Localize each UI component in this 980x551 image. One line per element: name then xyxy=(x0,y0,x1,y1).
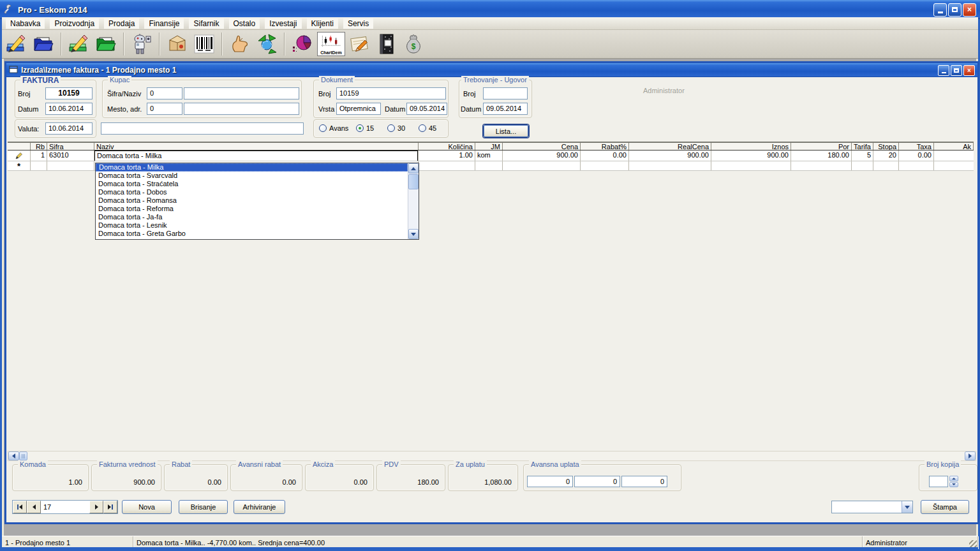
vrsta-field[interactable]: Otpremnica xyxy=(336,103,381,115)
broj-kopija-spinner[interactable] xyxy=(949,476,958,487)
print-combo-value[interactable] xyxy=(832,501,902,513)
hand-icon[interactable] xyxy=(228,32,252,56)
cell-tarifa[interactable]: 5 xyxy=(852,151,873,161)
menu-sifarnik[interactable]: Sifarnik xyxy=(189,18,223,29)
avansna-uplata-field-1[interactable]: 0 xyxy=(527,476,573,487)
edit-green-icon[interactable] xyxy=(67,32,91,56)
scrollbar-thumb[interactable] xyxy=(408,174,419,189)
last-record-button[interactable] xyxy=(103,501,117,513)
child-minimize-button[interactable] xyxy=(938,65,949,76)
grid-header-marker[interactable] xyxy=(8,143,31,150)
avansna-uplata-field-2[interactable]: 0 xyxy=(574,476,620,487)
grid-header-stopa[interactable]: Stopa xyxy=(873,143,899,150)
pie-chart-icon[interactable] xyxy=(290,32,315,56)
cell-stopa[interactable]: 20 xyxy=(873,151,899,161)
radio-avans[interactable]: Avans xyxy=(319,124,348,132)
grid-header-rb[interactable]: Rb xyxy=(31,143,47,150)
trebovanje-broj-field[interactable] xyxy=(483,87,528,99)
faktura-broj-field[interactable]: 10159 xyxy=(45,87,93,99)
grid-header-sifra[interactable]: Sifra xyxy=(47,143,94,150)
spin-down-icon[interactable] xyxy=(949,482,958,488)
scroll-left-icon[interactable] xyxy=(8,452,19,460)
dropdown-item[interactable]: Domaca torta - Dobos xyxy=(96,188,408,196)
dokument-broj-field[interactable]: 10159 xyxy=(336,87,446,99)
prev-record-button[interactable] xyxy=(27,501,41,513)
child-close-button[interactable]: × xyxy=(963,65,975,76)
stampa-button[interactable]: Štampa xyxy=(921,500,969,514)
record-number[interactable]: 17 xyxy=(41,501,89,513)
menu-prodaja[interactable]: Prodaja xyxy=(104,18,139,29)
dropdown-item-selected[interactable]: Domaca torta - Milka xyxy=(96,163,408,172)
hscrollbar-thumb[interactable] xyxy=(19,452,27,460)
dropdown-item[interactable]: Domaca torta - Straćatela xyxy=(96,180,408,188)
broj-kopija-field[interactable] xyxy=(929,476,948,487)
print-combo[interactable] xyxy=(831,501,913,513)
cell-jm[interactable]: kom xyxy=(475,151,503,161)
grid-header-cena[interactable]: Cena xyxy=(503,143,581,150)
cell-naziv[interactable]: Domaca torta - Milka xyxy=(94,151,419,161)
kupac-extra-field[interactable] xyxy=(101,122,304,135)
folder-green-icon[interactable] xyxy=(94,32,118,56)
scroll-down-icon[interactable] xyxy=(408,229,419,239)
cell-iznos[interactable]: 900.00 xyxy=(711,151,791,161)
robot-icon[interactable] xyxy=(130,32,154,56)
spin-up-icon[interactable] xyxy=(949,476,958,481)
cell-kolicina[interactable]: 1.00 xyxy=(419,151,475,161)
nova-button[interactable]: Nova xyxy=(122,500,172,514)
dropdown-item[interactable]: Domaca torta - Lesnik xyxy=(96,221,408,230)
letter-icon[interactable] xyxy=(348,32,372,56)
grid-header-taxa[interactable]: Taxa xyxy=(899,143,934,150)
cell-rb[interactable]: 1 xyxy=(31,151,47,161)
faktura-datum-field[interactable]: 10.06.2014 xyxy=(45,103,93,115)
cell-realcena[interactable]: 900.00 xyxy=(629,151,711,161)
grid-row-1[interactable]: 1 63010 Domaca torta - Milka 1.00 kom 90… xyxy=(8,151,974,161)
menu-izvestaji[interactable]: Izvestaji xyxy=(265,18,301,29)
menu-nabavka[interactable]: Nabavka xyxy=(6,18,45,29)
cell-por[interactable]: 180.00 xyxy=(791,151,852,161)
menu-ostalo[interactable]: Ostalo xyxy=(229,18,260,29)
grid-header-ak[interactable]: Ak xyxy=(934,143,974,150)
grid-header-naziv[interactable]: Naziv xyxy=(94,143,419,150)
radio-avans-circle[interactable] xyxy=(319,124,327,132)
next-record-button[interactable] xyxy=(89,501,103,513)
naziv-edit-box[interactable]: Domaca torta - Milka xyxy=(94,151,418,161)
kupac-sifra-field[interactable]: 0 xyxy=(147,87,182,99)
grid-header-por[interactable]: Por xyxy=(791,143,852,150)
dokument-datum-field[interactable]: 09.05.2014 xyxy=(406,103,447,115)
dropdown-item[interactable]: Domaca torta - Svarcvald xyxy=(96,172,408,180)
valuta-field[interactable]: 10.06.2014 xyxy=(45,122,93,135)
menu-finansije[interactable]: Finansije xyxy=(144,18,184,29)
barcode-icon[interactable] xyxy=(192,32,216,56)
grid-header-rabat[interactable]: Rabat% xyxy=(581,143,629,150)
grid-header-tarifa[interactable]: Tarifa xyxy=(852,143,873,150)
money-bag-icon[interactable]: $ xyxy=(401,32,426,56)
kupac-mesto-field[interactable]: 0 xyxy=(147,103,182,115)
radio-30-circle[interactable] xyxy=(387,124,395,132)
menu-servis[interactable]: Servis xyxy=(343,18,373,29)
radio-15-circle[interactable] xyxy=(356,124,364,132)
scroll-up-icon[interactable] xyxy=(408,163,419,173)
lista-button[interactable]: Lista... xyxy=(483,124,529,138)
arhiviranje-button[interactable]: Arhiviranje xyxy=(234,500,285,514)
maximize-button[interactable] xyxy=(948,3,961,17)
grid-header-jm[interactable]: JM xyxy=(475,143,503,150)
brisanje-button[interactable]: Brisanje xyxy=(179,500,228,514)
dropdown-item[interactable]: Domaca torta - Greta Garbo xyxy=(96,230,408,238)
edit-blue-icon[interactable] xyxy=(4,32,29,56)
first-record-button[interactable] xyxy=(13,501,27,513)
kupac-adresa-field[interactable] xyxy=(184,103,299,115)
grid-header-kolicina[interactable]: Količina xyxy=(419,143,475,150)
grid-horizontal-scrollbar[interactable] xyxy=(8,451,976,461)
folder-blue-icon[interactable] xyxy=(31,32,56,56)
close-button[interactable]: × xyxy=(963,3,976,17)
dropdown-scrollbar[interactable] xyxy=(408,163,419,239)
cell-ak[interactable] xyxy=(934,151,974,161)
cell-taxa[interactable]: 0.00 xyxy=(899,151,934,161)
recycle-icon[interactable] xyxy=(255,32,279,56)
cell-sifra[interactable]: 63010 xyxy=(47,151,94,161)
package-icon[interactable] xyxy=(165,32,189,56)
radio-45[interactable]: 45 xyxy=(419,124,436,132)
cell-rabat[interactable]: 0.00 xyxy=(581,151,629,161)
dropdown-item[interactable]: Domaca torta - Reforma xyxy=(96,205,408,213)
dropdown-item[interactable]: Domaca torta - Ja-fa xyxy=(96,213,408,221)
